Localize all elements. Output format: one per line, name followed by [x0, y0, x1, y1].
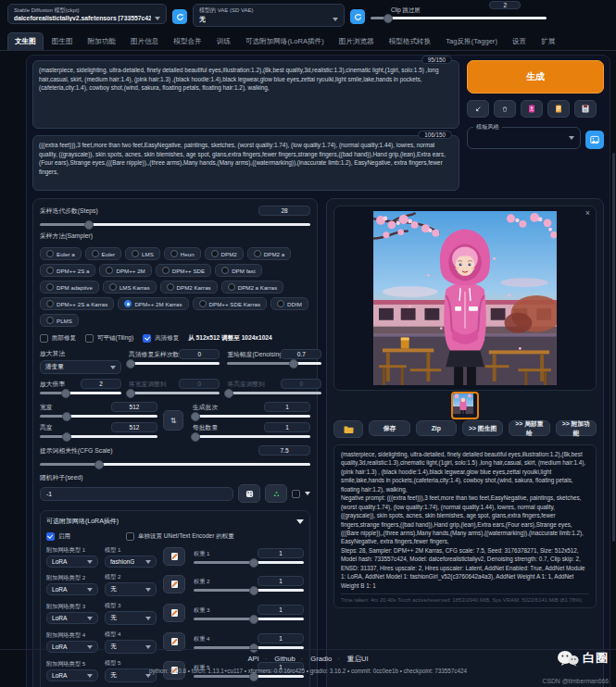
- resize-width-value[interactable]: 0: [179, 379, 220, 389]
- lora-weight-slider[interactable]: [194, 618, 304, 620]
- zip-button[interactable]: Zip: [416, 420, 457, 436]
- sampler-option-selected[interactable]: DPM++ 2M Karras: [118, 297, 188, 310]
- sampler-option[interactable]: DPM++ 2S a Karras: [40, 297, 114, 310]
- lora-paste-button[interactable]: [163, 547, 185, 566]
- clear-prompt-button[interactable]: [494, 100, 516, 118]
- tab-extensions[interactable]: 扩展: [534, 33, 561, 50]
- lora-paste-button[interactable]: [163, 604, 185, 622]
- steps-value[interactable]: 28: [258, 206, 310, 216]
- denoise-value[interactable]: 0.7: [281, 349, 321, 359]
- generate-button[interactable]: 生成: [467, 60, 604, 94]
- sampler-option[interactable]: DPM adaptive: [40, 281, 99, 294]
- result-thumbnail[interactable]: [451, 392, 479, 419]
- send-to-inpaint-button[interactable]: >> 局部重绘: [509, 420, 549, 436]
- sampler-option[interactable]: DPM++ SDE: [156, 264, 211, 277]
- github-link[interactable]: Github: [274, 655, 295, 663]
- width-value[interactable]: 512: [111, 402, 157, 412]
- denoise-slider[interactable]: [227, 362, 321, 365]
- sampler-option[interactable]: PLMS: [40, 314, 79, 327]
- api-link[interactable]: API: [247, 655, 258, 663]
- save-style-button[interactable]: [574, 100, 597, 118]
- batch-count-slider[interactable]: [193, 415, 310, 418]
- lora-weight-slider[interactable]: [194, 589, 304, 592]
- reuse-seed-button[interactable]: [265, 484, 287, 503]
- height-value[interactable]: 512: [111, 422, 157, 432]
- vae-dropdown[interactable]: 模型的 VAE (SD VAE) 无: [193, 4, 345, 27]
- random-seed-button[interactable]: [238, 484, 260, 503]
- sampler-option[interactable]: DPM2 Karras: [160, 281, 218, 294]
- lora-paste-button[interactable]: [163, 575, 185, 593]
- style-image-button[interactable]: [585, 131, 604, 149]
- extra-seed-checkbox[interactable]: [292, 490, 300, 498]
- tab-img2img[interactable]: 图生图: [45, 33, 80, 50]
- lora-model-dropdown[interactable]: 无: [105, 582, 157, 596]
- checkpoint-dropdown[interactable]: Stable Diffusion 模型(ckpt) dalceforealist…: [7, 4, 167, 24]
- lora-weight-value[interactable]: 1: [258, 605, 304, 615]
- sampler-option[interactable]: LMS: [125, 247, 160, 260]
- sampler-option[interactable]: DPM2 a Karras: [221, 281, 283, 294]
- hires-steps-value[interactable]: 0: [179, 349, 220, 359]
- lora-type-dropdown[interactable]: LoRA: [46, 556, 98, 568]
- sampler-option[interactable]: DPM2 a: [247, 247, 291, 260]
- resize-height-value[interactable]: 0: [281, 379, 321, 389]
- clip-skip-slider[interactable]: [371, 17, 547, 19]
- tiling-checkbox[interactable]: [85, 334, 94, 343]
- sampler-option[interactable]: DPM++ SDE Karras: [193, 297, 267, 310]
- tab-image-browser[interactable]: 图片浏览器: [333, 33, 381, 50]
- lora-weight-slider[interactable]: [194, 561, 304, 564]
- lora-weight-slider[interactable]: [194, 675, 304, 678]
- sampler-option[interactable]: DPM2: [205, 247, 244, 260]
- seed-expand-icon[interactable]: [305, 492, 310, 495]
- tab-model-converter[interactable]: 模型格式转换: [383, 33, 438, 50]
- tab-settings[interactable]: 设置: [506, 33, 533, 50]
- sampler-option[interactable]: Euler: [85, 247, 121, 260]
- lora-weight-value[interactable]: 1: [258, 576, 304, 586]
- width-slider[interactable]: [40, 415, 157, 418]
- open-folder-button[interactable]: [333, 420, 363, 438]
- tab-checkpoint-merger[interactable]: 模型合并: [167, 33, 207, 50]
- batch-size-slider[interactable]: [193, 435, 310, 438]
- send-to-extras-button[interactable]: >> 附加功能: [556, 420, 597, 436]
- seed-input[interactable]: -1: [40, 487, 233, 501]
- clip-skip-value[interactable]: 2: [489, 1, 521, 9]
- lora-model-dropdown[interactable]: fashionG: [105, 556, 157, 568]
- resize-height-slider[interactable]: [227, 392, 321, 394]
- upscale-by-value[interactable]: 2: [81, 379, 121, 389]
- upscale-by-slider[interactable]: [40, 392, 121, 394]
- tab-train[interactable]: 训练: [210, 33, 237, 50]
- close-icon[interactable]: ×: [585, 208, 590, 218]
- lora-enable-checkbox[interactable]: [46, 532, 55, 541]
- cfg-slider[interactable]: [40, 463, 310, 466]
- height-slider[interactable]: [40, 435, 157, 438]
- lora-weight-value[interactable]: 1: [258, 548, 304, 558]
- batch-count-value[interactable]: 1: [264, 402, 310, 412]
- sampler-option[interactable]: DPM fast: [215, 264, 261, 277]
- sampler-option[interactable]: LMS Karras: [103, 281, 157, 294]
- tab-additional-networks[interactable]: 可选附加网络(LoRA插件): [239, 33, 331, 50]
- tab-extras[interactable]: 附加功能: [82, 33, 122, 50]
- send-to-img2img-button[interactable]: >> 图生图: [462, 420, 503, 436]
- refresh-vae-button[interactable]: [350, 9, 365, 24]
- negative-prompt-input[interactable]: (((extra feet))),3 feet,more than two fe…: [32, 135, 459, 191]
- paste-params-button[interactable]: [467, 100, 489, 118]
- lora-type-dropdown[interactable]: LoRA: [46, 583, 98, 595]
- positive-prompt-input[interactable]: (masterpiece, sidelighting, ultra-detail…: [32, 60, 459, 129]
- sampler-option[interactable]: Heun: [164, 247, 201, 260]
- steps-slider[interactable]: [40, 223, 310, 226]
- separate-weights-checkbox[interactable]: [126, 532, 134, 541]
- lora-type-dropdown[interactable]: LoRA: [46, 612, 98, 624]
- style-dropdown[interactable]: 模板风格: [467, 127, 581, 149]
- tab-tagger[interactable]: Tag反推(Tagger): [439, 33, 504, 50]
- sampler-option[interactable]: DPM++ 2M: [99, 264, 151, 277]
- lora-model-dropdown[interactable]: 无: [105, 611, 157, 625]
- sampler-option[interactable]: DPM++ 2S a: [40, 264, 95, 277]
- scrollbar[interactable]: [612, 153, 615, 542]
- upscaler-dropdown[interactable]: 潜变量: [40, 360, 121, 374]
- apply-style-button[interactable]: [547, 100, 570, 118]
- hires-fix-checkbox[interactable]: [143, 334, 151, 343]
- save-button[interactable]: 保存: [369, 420, 409, 436]
- sampler-option[interactable]: Euler a: [40, 247, 82, 260]
- generated-image[interactable]: [373, 211, 557, 385]
- extra-networks-button[interactable]: [521, 100, 543, 118]
- lora-weight-value[interactable]: 1: [258, 633, 304, 643]
